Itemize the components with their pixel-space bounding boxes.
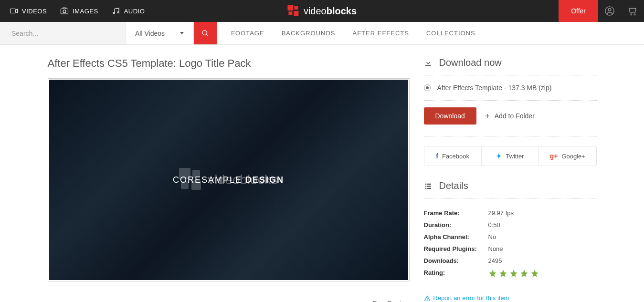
- subnav-collections[interactable]: COLLECTIONS: [426, 30, 475, 37]
- svg-point-4: [113, 12, 115, 14]
- user-icon: [604, 6, 615, 16]
- list-icon: [424, 182, 433, 190]
- download-option-row[interactable]: After Effects Template - 137.3 MB (zip): [424, 84, 597, 101]
- star-icon: [530, 269, 539, 278]
- video-player[interactable]: videoblocks CORESAMPLE DESIGN: [48, 78, 410, 281]
- share-twitter[interactable]: ✦ Twitter: [481, 146, 538, 166]
- free-preview-link[interactable]: Free Preview: [48, 300, 410, 302]
- download-icon: [424, 59, 433, 67]
- svg-point-9: [634, 14, 635, 15]
- add-to-folder-button[interactable]: Add to Folder: [484, 112, 535, 120]
- video-center-label: CORESAMPLE DESIGN: [173, 175, 284, 185]
- search-button[interactable]: [194, 22, 217, 44]
- svg-point-8: [631, 14, 632, 15]
- add-to-folder-label: Add to Folder: [495, 112, 535, 120]
- twitter-icon: ✦: [496, 152, 502, 160]
- svg-rect-1: [61, 9, 68, 14]
- details-heading: Details: [424, 180, 597, 198]
- account-button[interactable]: [598, 0, 621, 22]
- facebook-icon: f: [436, 152, 438, 160]
- subnav-aftereffects[interactable]: AFTER EFFECTS: [352, 30, 409, 37]
- subnav-footage[interactable]: FOOTAGE: [231, 30, 264, 37]
- svg-rect-0: [11, 9, 16, 13]
- share-row: f Facebook ✦ Twitter g+ Google+: [424, 146, 597, 166]
- search-input[interactable]: [0, 22, 125, 44]
- search-icon: [201, 30, 209, 37]
- nav-audio-label: AUDIO: [124, 8, 145, 15]
- top-nav: VIDEOS IMAGES AUDIO: [0, 7, 145, 15]
- page-title: After Effects CS5 Template: Logo Title P…: [48, 57, 410, 70]
- nav-audio[interactable]: AUDIO: [112, 7, 145, 15]
- svg-point-7: [608, 9, 611, 11]
- nav-images[interactable]: IMAGES: [60, 7, 98, 15]
- detail-downloads: Downloads: 2495: [424, 255, 597, 267]
- svg-point-2: [63, 10, 66, 13]
- free-preview-label: Free Preview: [373, 300, 410, 302]
- search-category-dropdown[interactable]: All Videos: [125, 22, 194, 44]
- top-header: VIDEOS IMAGES AUDIO videoblocks Offer: [0, 0, 644, 22]
- dropdown-selected: All Videos: [135, 30, 165, 37]
- download-heading: Download now: [424, 57, 597, 75]
- plus-icon: [484, 113, 491, 119]
- search-bar: All Videos FOOTAGE BACKGROUNDS AFTER EFF…: [0, 22, 644, 45]
- rating-stars: [488, 269, 539, 278]
- cart-icon: [627, 6, 638, 16]
- svg-point-5: [117, 12, 119, 13]
- detail-duration: Duration: 0:50: [424, 219, 597, 231]
- music-note-icon: [112, 7, 120, 15]
- nav-images-label: IMAGES: [73, 8, 98, 15]
- main-container: After Effects CS5 Template: Logo Title P…: [48, 45, 597, 302]
- offer-button[interactable]: Offer: [559, 0, 598, 22]
- svg-rect-3: [63, 8, 66, 9]
- cart-button[interactable]: [621, 0, 644, 22]
- warning-icon: [424, 295, 431, 302]
- chevron-down-icon: [180, 32, 184, 34]
- detail-plugins: Required Plugins: None: [424, 243, 597, 255]
- share-facebook[interactable]: f Facebook: [424, 146, 481, 166]
- camera-icon: [60, 7, 69, 15]
- download-button[interactable]: Download: [424, 107, 476, 125]
- top-right: Offer: [559, 0, 644, 22]
- detail-alpha: Alpha Channel: No: [424, 231, 597, 243]
- video-player-surface: videoblocks CORESAMPLE DESIGN: [49, 80, 408, 280]
- subnav-backgrounds[interactable]: BACKGROUNDS: [282, 30, 336, 37]
- detail-rating: Rating:: [424, 267, 597, 280]
- star-icon: [499, 269, 507, 278]
- action-row: Download Add to Folder: [424, 107, 597, 136]
- report-error-link[interactable]: Report an error for this item: [424, 294, 597, 302]
- video-camera-icon: [10, 7, 18, 15]
- share-google[interactable]: g+ Google+: [538, 146, 596, 166]
- star-icon: [488, 269, 497, 278]
- star-icon: [509, 269, 518, 278]
- report-error-label: Report an error for this item: [433, 294, 509, 302]
- nav-videos[interactable]: VIDEOS: [10, 7, 47, 15]
- main-column: After Effects CS5 Template: Logo Title P…: [48, 57, 410, 302]
- brand-text: videoblocks: [304, 6, 357, 17]
- googleplus-icon: g+: [550, 152, 558, 160]
- download-icon: [366, 301, 372, 302]
- brand-mark-icon: [287, 5, 300, 17]
- detail-frame-rate: Frame Rate: 29.97 fps: [424, 207, 597, 219]
- brand-logo[interactable]: videoblocks: [287, 5, 357, 17]
- star-icon: [520, 269, 528, 278]
- radio-icon: [424, 84, 431, 91]
- sidebar: Download now After Effects Template - 13…: [424, 57, 597, 302]
- sub-nav: FOOTAGE BACKGROUNDS AFTER EFFECTS COLLEC…: [217, 22, 644, 44]
- nav-videos-label: VIDEOS: [22, 8, 47, 15]
- download-option-label: After Effects Template - 137.3 MB (zip): [437, 84, 552, 92]
